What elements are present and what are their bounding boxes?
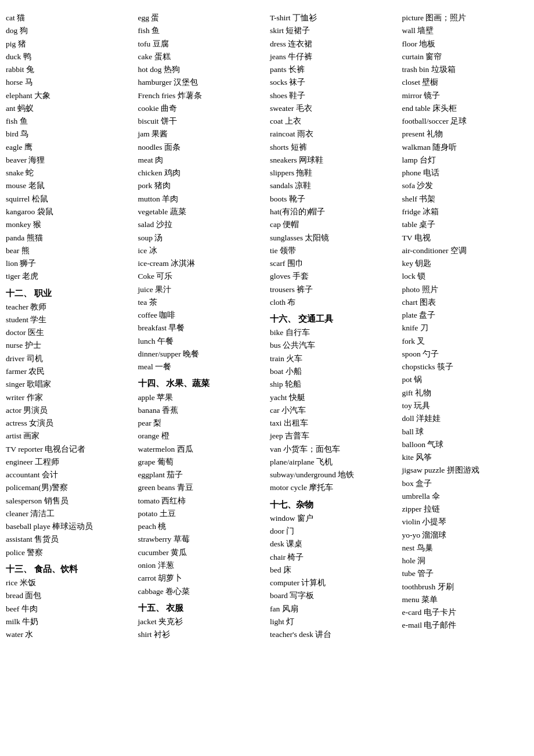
- vocab-item-1-47: shirt 衬衫: [138, 628, 265, 641]
- vocab-item-2-16: cap 便帽: [270, 218, 396, 231]
- vocab-item-1-30: banana 香蕉: [138, 404, 265, 417]
- vocab-item-0-2: pig 猪: [6, 38, 132, 51]
- vocab-item-1-26: dinner/supper 晚餐: [138, 348, 265, 361]
- vocab-item-0-19: lion 狮子: [6, 257, 132, 270]
- vocab-item-1-23: coffee 咖啡: [138, 309, 265, 322]
- vocab-item-1-15: vegetable 蔬菜: [138, 206, 265, 218]
- vocab-item-1-20: Coke 可乐: [138, 270, 265, 283]
- vocab-item-3-37: umbrella 伞: [402, 490, 529, 503]
- vocab-item-3-29: gift 礼物: [402, 387, 529, 399]
- vocab-item-3-2: floor 地板: [402, 38, 529, 51]
- vocab-item-0-12: snake 蛇: [6, 167, 132, 179]
- vocab-item-3-39: violin 小提琴: [402, 516, 529, 528]
- vocab-item-3-16: table 桌子: [402, 218, 529, 231]
- vocab-item-3-44: toothbrush 牙刷: [402, 581, 529, 593]
- vocab-item-1-29: apple 苹果: [138, 391, 265, 404]
- vocab-item-0-34: engineer 工程师: [6, 456, 132, 469]
- vocab-item-1-37: tomato 西红柿: [138, 495, 265, 507]
- vocab-item-0-14: squirrel 松鼠: [6, 193, 132, 206]
- vocab-item-3-14: shelf 书架: [402, 193, 529, 206]
- vocab-item-1-19: ice-cream 冰淇淋: [138, 257, 265, 270]
- vocab-item-1-8: biscuit 饼干: [138, 115, 265, 128]
- vocab-item-0-40: assistant 售货员: [6, 533, 132, 546]
- vocab-item-3-21: photo 照片: [402, 283, 529, 296]
- vocab-item-3-4: trash bin 垃圾箱: [402, 63, 529, 76]
- vocab-item-3-27: chopsticks 筷子: [402, 361, 529, 373]
- vocab-item-2-10: shorts 短裤: [270, 141, 396, 154]
- vocab-item-1-2: tofu 豆腐: [138, 38, 265, 51]
- vocab-item-0-15: kangaroo 袋鼠: [6, 206, 132, 218]
- vocab-item-2-43: computer 计算机: [270, 577, 396, 589]
- vocab-item-0-37: salesperson 销售员: [6, 495, 132, 507]
- vocab-item-2-15: hat(有沿的)帽子: [270, 206, 396, 218]
- vocab-item-2-4: pants 长裤: [270, 63, 396, 76]
- vocab-item-1-7: cookie 曲奇: [138, 102, 265, 115]
- vocab-item-2-42: bed 床: [270, 564, 396, 577]
- vocab-item-3-3: curtain 窗帘: [402, 51, 529, 63]
- vocab-item-1-36: green beans 青豆: [138, 481, 265, 494]
- vocab-item-0-28: singer 歌唱家: [6, 378, 132, 391]
- vocab-item-1-12: chicken 鸡肉: [138, 167, 265, 179]
- vocab-item-2-9: raincoat 雨衣: [270, 128, 396, 141]
- vocab-item-2-7: sweater 毛衣: [270, 102, 396, 115]
- vocab-item-1-22: tea 茶: [138, 296, 265, 309]
- vocab-item-3-1: wall 墙壁: [402, 24, 529, 37]
- vocab-item-2-26: train 火车: [270, 352, 396, 365]
- vocab-item-3-25: fork 叉: [402, 335, 529, 348]
- vocab-item-2-27: boat 小船: [270, 365, 396, 378]
- vocab-item-3-5: closet 壁橱: [402, 76, 529, 89]
- column-2: egg 蛋fish 鱼tofu 豆腐cake 蛋糕hot dog 热狗hambu…: [138, 12, 265, 641]
- vocab-item-1-18: ice 冰: [138, 244, 265, 257]
- vocab-item-3-23: plate 盘子: [402, 309, 529, 322]
- vocab-item-1-9: jam 果酱: [138, 128, 265, 141]
- vocab-item-2-19: scarf 围巾: [270, 257, 396, 270]
- vocab-item-0-47: water 水: [6, 628, 132, 641]
- vocab-item-0-6: elephant 大象: [6, 89, 132, 102]
- vocab-item-3-15: fridge 冰箱: [402, 206, 529, 218]
- vocab-item-1-34: grape 葡萄: [138, 456, 265, 469]
- vocab-item-1-16: salad 沙拉: [138, 218, 265, 231]
- vocab-item-3-11: lamp 台灯: [402, 154, 529, 167]
- vocab-item-0-45: beef 牛肉: [6, 603, 132, 615]
- vocab-item-2-33: van 小货车；面包车: [270, 443, 396, 456]
- vocab-item-2-14: boots 靴子: [270, 193, 396, 206]
- vocab-item-2-39: door 门: [270, 525, 396, 538]
- vocab-item-3-0: picture 图画；照片: [402, 12, 529, 24]
- vocab-item-2-18: tie 领带: [270, 244, 396, 257]
- vocab-item-0-11: beaver 海狸: [6, 154, 132, 167]
- vocab-item-2-45: fan 风扇: [270, 603, 396, 615]
- vocab-item-2-22: cloth 布: [270, 296, 396, 309]
- vocab-item-1-38: potato 土豆: [138, 507, 265, 520]
- vocab-item-1-4: hot dog 热狗: [138, 63, 265, 76]
- vocab-item-0-1: dog 狗: [6, 24, 132, 37]
- vocab-item-0-25: nurse 护士: [6, 339, 132, 352]
- vocab-item-3-19: key 钥匙: [402, 257, 529, 270]
- vocab-item-3-12: phone 电话: [402, 167, 529, 179]
- vocab-item-0-17: panda 熊猫: [6, 232, 132, 244]
- vocab-item-1-42: onion 洋葱: [138, 559, 265, 572]
- vocab-item-2-44: board 写字板: [270, 589, 396, 602]
- vocab-item-3-13: sofa 沙发: [402, 179, 529, 192]
- vocab-item-3-45: menu 菜单: [402, 593, 529, 606]
- vocabulary-page: cat 猫dog 狗pig 猪duck 鸭rabbit 兔horse 马elep…: [6, 12, 528, 641]
- vocab-item-0-31: actress 女演员: [6, 417, 132, 430]
- vocab-item-0-39: baseball playe 棒球运动员: [6, 520, 132, 533]
- vocab-item-2-11: sneakers 网球鞋: [270, 154, 396, 167]
- vocab-item-3-30: toy 玩具: [402, 399, 529, 412]
- vocab-item-0-7: ant 蚂蚁: [6, 102, 132, 115]
- vocab-item-3-8: football/soccer 足球: [402, 115, 529, 128]
- vocab-item-1-35: eggplant 茄子: [138, 469, 265, 481]
- vocab-item-2-20: gloves 手套: [270, 270, 396, 283]
- vocab-item-2-17: sunglasses 太阳镜: [270, 232, 396, 244]
- vocab-item-1-14: mutton 羊肉: [138, 193, 265, 206]
- vocab-item-2-40: desk 课桌: [270, 538, 396, 550]
- vocab-item-3-28: pot 锅: [402, 373, 529, 386]
- vocab-item-0-32: artist 画家: [6, 430, 132, 442]
- vocab-item-3-9: present 礼物: [402, 128, 529, 141]
- vocab-item-2-0: T-shirt 丁恤衫: [270, 12, 396, 24]
- vocab-item-2-30: car 小汽车: [270, 404, 396, 417]
- vocab-item-3-7: end table 床头柜: [402, 102, 529, 115]
- vocab-item-1-31: pear 梨: [138, 417, 265, 430]
- vocab-item-2-36: motor cycle 摩托车: [270, 481, 396, 494]
- vocab-item-1-43: carrot 胡萝卜: [138, 572, 265, 585]
